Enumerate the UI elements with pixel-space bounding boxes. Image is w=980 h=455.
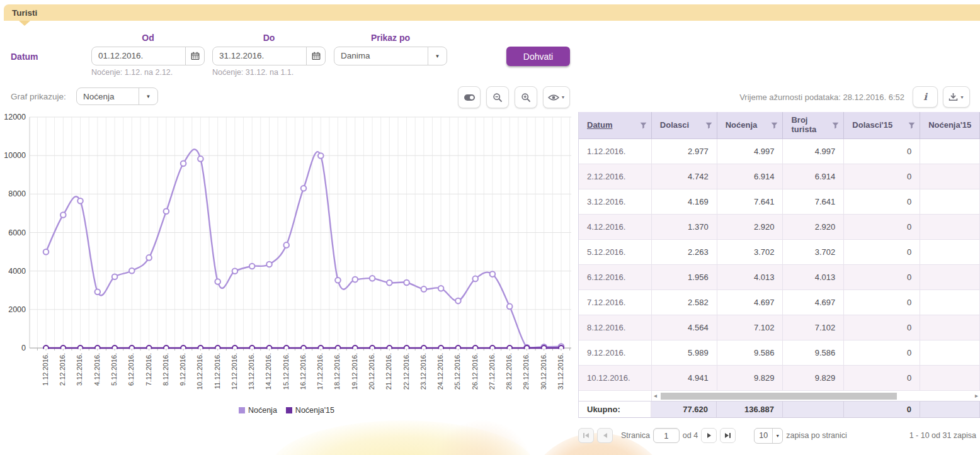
series-visibility-button[interactable]: ▼ [543,86,570,108]
table-row[interactable]: 9.12.2016.5.9899.5869.5860 [579,340,980,366]
cell-value [920,265,980,289]
zoom-in-icon [521,93,531,103]
cell-datum: 5.12.2016. [579,240,652,264]
svg-text:0: 0 [21,344,26,352]
legend-item[interactable]: Noćenja'15 [286,406,334,415]
table-header-1[interactable]: Datum [579,112,652,138]
total-cell [783,402,844,417]
cell-value: 2.582 [652,290,717,315]
next-page-button[interactable] [701,428,717,443]
table-row[interactable]: 3.12.2016.4.1697.6417.6410 [579,189,980,215]
filter-funnel-icon[interactable] [640,122,647,129]
svg-text:12000: 12000 [4,113,26,121]
table-row[interactable]: 7.12.2016.2.5824.6974.6970 [579,290,980,315]
filter-funnel-icon[interactable] [705,122,712,129]
cell-value: 0 [844,215,920,239]
prikaz-po-select[interactable]: Danima ▼ [334,47,447,65]
table-row[interactable]: 2.12.2016.4.7426.9146.9140 [579,164,980,189]
cell-value: 4.564 [652,315,717,340]
total-cell: 0 [844,402,920,417]
cell-datum: 9.12.2016. [579,340,652,365]
calendar-icon[interactable] [306,47,325,65]
zoom-out-icon [493,93,503,103]
last-page-button[interactable] [720,428,736,443]
date-to-input[interactable]: 31.12.2016. [212,47,326,65]
svg-text:10.12.2016.: 10.12.2016. [196,353,203,390]
calendar-icon[interactable] [185,47,204,65]
filter-funnel-icon[interactable] [832,122,839,129]
date-from-input[interactable]: 01.12.2016. [91,47,205,65]
page-size-select[interactable]: 10 ▼ [754,428,783,444]
cell-value: 4.013 [717,265,783,289]
table-row[interactable]: 5.12.2016.2.2633.7023.7020 [579,240,980,265]
graf-prikazuje-label: Graf prikazuje: [11,92,66,101]
decor-blob-peach-small [428,420,535,455]
table-header-2[interactable]: Dolasci [652,112,717,138]
svg-text:21.12.2016.: 21.12.2016. [385,353,392,390]
date-to-value: 31.12.2016. [213,47,306,65]
legend-item[interactable]: Noćenja [239,406,277,415]
svg-text:15.12.2016.: 15.12.2016. [282,353,290,390]
page-number-input[interactable] [653,428,680,443]
column-label: Datum [587,121,640,130]
cell-datum: 8.12.2016. [579,315,652,340]
previous-page-button[interactable] [597,428,613,443]
scroll-left-arrow-icon[interactable]: ◂ [654,391,657,400]
table-header-4[interactable]: Broj turista [783,112,844,138]
cell-datum: 2.12.2016. [579,164,652,189]
scrollbar-track[interactable]: ◂ ▸ [652,391,980,401]
cell-value [920,164,980,189]
data-table: DatumDolasciNoćenjaBroj turistaDolasci'1… [578,112,980,418]
cell-value [920,366,980,390]
total-cell: 136.887 [717,402,783,417]
table-row[interactable]: 8.12.2016.4.5647.1027.1020 [579,315,980,340]
table-header-6[interactable]: Noćenja'15 [920,112,980,138]
svg-text:9.12.2016.: 9.12.2016. [179,353,186,386]
cell-value [920,215,980,239]
svg-text:31.12.2016.: 31.12.2016. [557,353,564,390]
scrollbar-thumb[interactable] [661,393,897,400]
scroll-right-arrow-icon[interactable]: ▸ [975,391,978,400]
nocenja-line-chart: 0200040006000800010000120001.12.2016.2.1… [1,113,574,403]
column-label: Dolasci'15 [852,121,908,130]
svg-text:13.12.2016.: 13.12.2016. [248,353,255,390]
od-label: Od [91,33,205,43]
cell-value: 4.697 [783,290,844,315]
svg-text:18.12.2016.: 18.12.2016. [333,353,341,390]
cell-value: 2.920 [717,215,783,239]
graf-prikazuje-select[interactable]: Noćenja ▼ [76,87,158,105]
cell-datum: 10.12.2016. [579,366,652,390]
table-row[interactable]: 10.12.2016.4.9419.8299.8290 [579,366,980,391]
table-row[interactable]: 1.12.2016.2.9774.9974.9970 [579,139,980,164]
svg-text:26.12.2016.: 26.12.2016. [471,353,479,390]
filter-funnel-icon[interactable] [908,122,915,129]
cell-value: 5.989 [652,340,717,365]
zoom-out-button[interactable] [486,86,509,108]
table-row[interactable]: 4.12.2016.1.3702.9202.9200 [579,215,980,240]
cell-value: 9.586 [717,340,783,365]
cell-value: 7.102 [717,315,783,340]
table-header-5[interactable]: Dolasci'15 [844,112,920,138]
download-button[interactable]: ▼ [943,86,970,108]
cell-datum: 3.12.2016. [579,189,652,214]
prikaz-po-value: Danima [334,47,428,65]
column-label: Dolasci [660,121,705,130]
dohvati-button[interactable]: Dohvati [506,47,570,66]
table-row[interactable]: 6.12.2016.1.9564.0134.0130 [579,265,980,290]
data-updated-text: Vrijeme ažurnosti podataka: 28.12.2016. … [739,93,904,102]
decor-blob-yellow [271,420,535,455]
tab-turisti[interactable]: Turisti [4,8,37,18]
cell-value: 1.956 [652,265,717,289]
chart-toggle-button[interactable] [458,86,481,108]
zoom-in-button[interactable] [515,86,537,108]
info-button[interactable]: i [913,86,938,108]
legend-swatch [239,407,245,413]
svg-text:11.12.2016.: 11.12.2016. [214,353,221,389]
table-header-3[interactable]: Noćenja [717,112,783,138]
filter-funnel-icon[interactable] [771,122,778,129]
chevron-down-icon: ▼ [960,95,964,99]
first-page-button[interactable] [578,428,594,443]
svg-text:29.12.2016.: 29.12.2016. [522,353,530,390]
svg-text:6.12.2016.: 6.12.2016. [127,353,135,386]
chevron-down-icon: ▼ [772,429,782,443]
